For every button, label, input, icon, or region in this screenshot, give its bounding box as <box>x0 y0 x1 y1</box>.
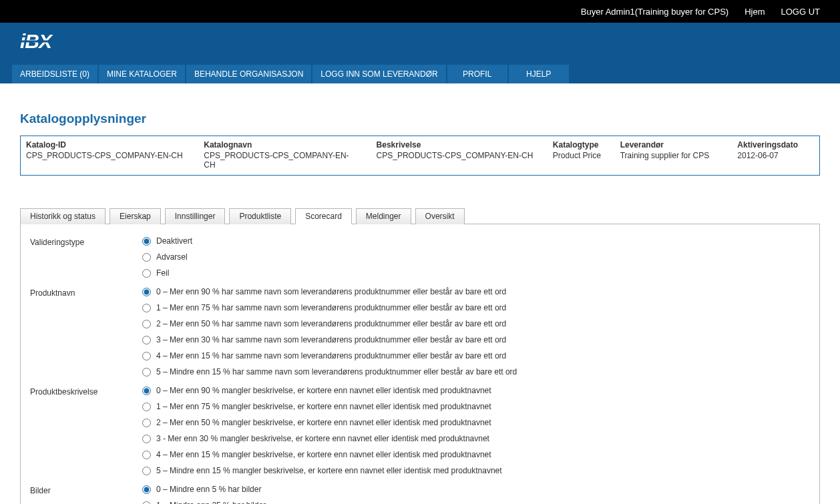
radio-produktbeskrivelse-4[interactable] <box>142 451 151 459</box>
option-label-produktbeskrivelse-4: 4 – Mer enn 15 % mangler beskrivelse, er… <box>156 450 491 459</box>
section-label-bilder: Bilder <box>30 485 142 504</box>
tab-oversikt[interactable]: Oversikt <box>415 208 465 224</box>
option-produktnavn-1[interactable]: 1 – Mer enn 75 % har samme navn som leve… <box>142 303 810 312</box>
topbar-logout-link[interactable]: LOGG UT <box>781 7 820 17</box>
label-katalognavn: Katalognavn <box>204 140 360 150</box>
radio-valideringstype-1[interactable] <box>142 253 151 262</box>
option-label-valideringstype-2: Feil <box>156 268 169 278</box>
page-title: Katalogopplysninger <box>20 111 820 126</box>
option-produktbeskrivelse-2[interactable]: 2 – Mer enn 50 % mangler beskrivelse, er… <box>142 418 810 427</box>
catalog-info-box: Katalog-ID CPS_PRODUCTS-CPS_COMPANY-EN-C… <box>20 136 820 176</box>
option-produktnavn-4[interactable]: 4 – Mer enn 15 % har samme navn som leve… <box>142 351 810 360</box>
main-nav: ARBEIDSLISTE (0) MINE KATALOGER BEHANDLE… <box>12 65 570 83</box>
option-produktnavn-2[interactable]: 2 – Mer enn 50 % har samme navn som leve… <box>142 319 810 328</box>
radio-produktnavn-0[interactable] <box>142 288 151 296</box>
option-produktnavn-3[interactable]: 3 – Mer enn 30 % har samme navn som leve… <box>142 335 810 344</box>
tab-eierskap[interactable]: Eierskap <box>110 208 161 224</box>
radio-produktnavn-4[interactable] <box>142 352 151 360</box>
radio-valideringstype-0[interactable] <box>142 237 151 246</box>
tab-strip: Historikk og statusEierskapInnstillinger… <box>20 208 820 224</box>
radio-produktnavn-3[interactable] <box>142 336 151 344</box>
radio-produktbeskrivelse-2[interactable] <box>142 419 151 427</box>
section-options-valideringstype: DeaktivertAdvarselFeil <box>142 236 810 284</box>
option-label-produktnavn-0: 0 – Mer enn 90 % har samme navn som leve… <box>156 287 506 296</box>
tab-produktliste[interactable]: Produktliste <box>229 208 291 224</box>
tab-scorecard[interactable]: Scorecard <box>295 208 352 224</box>
section-options-produktnavn: 0 – Mer enn 90 % har samme navn som leve… <box>142 287 810 383</box>
option-label-produktnavn-2: 2 – Mer enn 50 % har samme navn som leve… <box>156 319 506 328</box>
option-valideringstype-0[interactable]: Deaktivert <box>142 236 810 246</box>
label-leverandor: Leverandør <box>620 140 722 150</box>
radio-produktbeskrivelse-1[interactable] <box>142 403 151 411</box>
tab-meldinger[interactable]: Meldinger <box>356 208 411 224</box>
option-label-produktbeskrivelse-5: 5 – Mindre enn 15 % mangler beskrivelse,… <box>156 466 502 475</box>
label-beskrivelse: Beskrivelse <box>377 140 537 150</box>
radio-valideringstype-2[interactable] <box>142 269 151 278</box>
option-label-produktnavn-5: 5 – Mindre enn 15 % har samme navn som l… <box>156 367 517 376</box>
topbar: Buyer Admin1(Training buyer for CPS) Hje… <box>0 0 840 23</box>
nav-login-as-supplier[interactable]: LOGG INN SOM LEVERANDØR <box>312 65 445 83</box>
value-katalog-id: CPS_PRODUCTS-CPS_COMPANY-EN-CH <box>26 151 188 160</box>
logo: iBX <box>20 32 87 57</box>
option-produktbeskrivelse-1[interactable]: 1 – Mer enn 75 % mangler beskrivelse, er… <box>142 402 810 411</box>
section-produktbeskrivelse: Produktbeskrivelse0 – Mer enn 90 % mangl… <box>30 386 810 482</box>
tab-content-scorecard: ValideringstypeDeaktivertAdvarselFeilPro… <box>20 224 820 504</box>
option-label-produktnavn-3: 3 – Mer enn 30 % har samme navn som leve… <box>156 335 506 344</box>
nav-worklist[interactable]: ARBEIDSLISTE (0) <box>12 65 97 83</box>
section-options-bilder: 0 – Mindre enn 5 % har bilder1 – Mindre … <box>142 485 810 504</box>
option-label-produktbeskrivelse-1: 1 – Mer enn 75 % mangler beskrivelse, er… <box>156 402 491 411</box>
option-label-produktbeskrivelse-3: 3 - Mer enn 30 % mangler beskrivelse, er… <box>156 434 489 443</box>
tab-historikk-og-status[interactable]: Historikk og status <box>20 208 106 224</box>
radio-bilder-0[interactable] <box>142 485 151 494</box>
option-produktbeskrivelse-0[interactable]: 0 – Mer enn 90 % mangler beskrivelse, er… <box>142 386 810 395</box>
option-label-valideringstype-0: Deaktivert <box>156 236 192 246</box>
radio-produktbeskrivelse-3[interactable] <box>142 435 151 443</box>
radio-produktnavn-1[interactable] <box>142 304 151 312</box>
section-bilder: Bilder0 – Mindre enn 5 % har bilder1 – M… <box>30 485 810 504</box>
section-label-produktbeskrivelse: Produktbeskrivelse <box>30 386 142 482</box>
nav-help[interactable]: HJELP <box>509 65 569 83</box>
tab-innstillinger[interactable]: Innstillinger <box>165 208 226 224</box>
nav-manage-org[interactable]: BEHANDLE ORGANISASJON <box>186 65 311 83</box>
label-aktiveringsdato: Aktiveringsdato <box>737 140 798 150</box>
nav-my-catalogs[interactable]: MINE KATALOGER <box>99 65 185 83</box>
label-katalog-id: Katalog-ID <box>26 140 188 150</box>
option-produktbeskrivelse-5[interactable]: 5 – Mindre enn 15 % mangler beskrivelse,… <box>142 466 810 475</box>
section-options-produktbeskrivelse: 0 – Mer enn 90 % mangler beskrivelse, er… <box>142 386 810 482</box>
header-bar: iBX ARBEIDSLISTE (0) MINE KATALOGER BEHA… <box>0 23 840 83</box>
radio-produktbeskrivelse-5[interactable] <box>142 467 151 475</box>
label-katalogtype: Katalogtype <box>553 140 604 150</box>
option-label-bilder-1: 1 – Mindre enn 25 % har bilder <box>156 501 266 504</box>
option-valideringstype-2[interactable]: Feil <box>142 268 810 278</box>
value-aktiveringsdato: 2012-06-07 <box>737 151 798 160</box>
option-produktnavn-5[interactable]: 5 – Mindre enn 15 % har samme navn som l… <box>142 367 810 376</box>
radio-bilder-1[interactable] <box>142 501 151 505</box>
option-produktbeskrivelse-4[interactable]: 4 – Mer enn 15 % mangler beskrivelse, er… <box>142 450 810 459</box>
option-label-produktbeskrivelse-2: 2 – Mer enn 50 % mangler beskrivelse, er… <box>156 418 491 427</box>
topbar-user: Buyer Admin1(Training buyer for CPS) <box>581 7 728 17</box>
option-bilder-1[interactable]: 1 – Mindre enn 25 % har bilder <box>142 501 810 504</box>
option-label-valideringstype-1: Advarsel <box>156 252 188 262</box>
nav-profile[interactable]: PROFIL <box>447 65 507 83</box>
option-produktbeskrivelse-3[interactable]: 3 - Mer enn 30 % mangler beskrivelse, er… <box>142 434 810 443</box>
option-valideringstype-1[interactable]: Advarsel <box>142 252 810 262</box>
content-area: Katalogopplysninger Katalog-ID CPS_PRODU… <box>12 95 828 504</box>
option-label-bilder-0: 0 – Mindre enn 5 % har bilder <box>156 485 261 494</box>
radio-produktbeskrivelse-0[interactable] <box>142 387 151 395</box>
option-label-produktbeskrivelse-0: 0 – Mer enn 90 % mangler beskrivelse, er… <box>156 386 491 395</box>
section-produktnavn: Produktnavn0 – Mer enn 90 % har samme na… <box>30 287 810 383</box>
value-beskrivelse: CPS_PRODUCTS-CPS_COMPANY-EN-CH <box>377 151 537 160</box>
section-valideringstype: ValideringstypeDeaktivertAdvarselFeil <box>30 236 810 284</box>
section-label-valideringstype: Valideringstype <box>30 236 142 284</box>
option-produktnavn-0[interactable]: 0 – Mer enn 90 % har samme navn som leve… <box>142 287 810 296</box>
radio-produktnavn-2[interactable] <box>142 320 151 328</box>
option-bilder-0[interactable]: 0 – Mindre enn 5 % har bilder <box>142 485 810 494</box>
option-label-produktnavn-4: 4 – Mer enn 15 % har samme navn som leve… <box>156 351 506 360</box>
value-leverandor: Training supplier for CPS <box>620 151 722 160</box>
radio-produktnavn-5[interactable] <box>142 368 151 376</box>
value-katalognavn: CPS_PRODUCTS-CPS_COMPANY-EN-CH <box>204 151 360 170</box>
section-label-produktnavn: Produktnavn <box>30 287 142 383</box>
option-label-produktnavn-1: 1 – Mer enn 75 % har samme navn som leve… <box>156 303 506 312</box>
value-katalogtype: Product Price <box>553 151 604 160</box>
topbar-home-link[interactable]: Hjem <box>745 7 765 17</box>
